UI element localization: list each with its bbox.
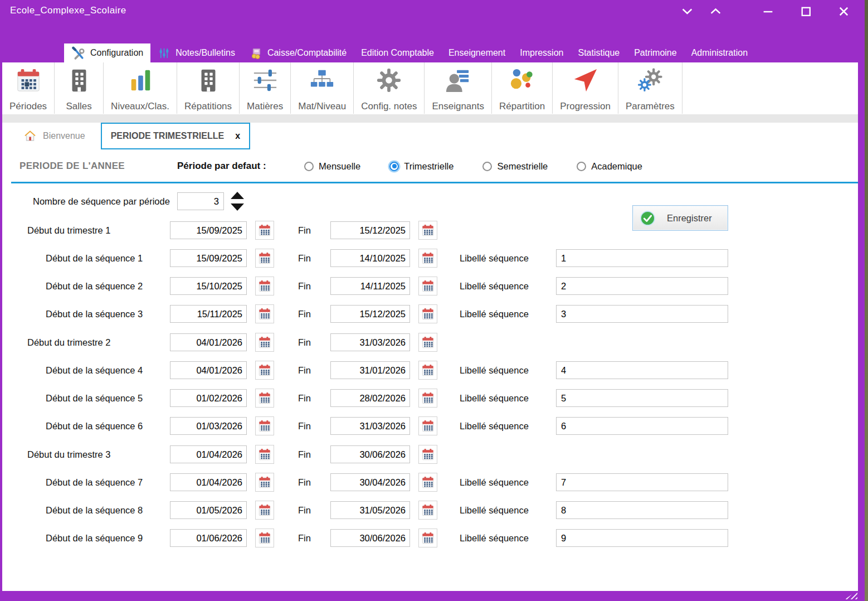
start-calendar-button[interactable] bbox=[255, 277, 274, 295]
libelle-input[interactable] bbox=[556, 529, 728, 547]
chevron-down-icon[interactable] bbox=[679, 4, 695, 18]
start-date-input[interactable] bbox=[170, 501, 247, 519]
menu-tab-impression[interactable]: Impression bbox=[513, 43, 570, 62]
menu-tab-enseignement[interactable]: Enseignement bbox=[441, 43, 513, 62]
end-calendar-button[interactable] bbox=[418, 249, 437, 268]
start-calendar-button[interactable] bbox=[255, 221, 274, 240]
menu-tab-notes-bulletins[interactable]: Notes/Bulletins bbox=[150, 43, 242, 62]
toolbar-button-niveaux-clas[interactable]: Niveaux/Clas. bbox=[104, 62, 177, 114]
end-calendar-button[interactable] bbox=[418, 416, 437, 435]
start-date-input[interactable] bbox=[170, 389, 247, 407]
toolbar-button-salles[interactable]: Salles bbox=[55, 62, 104, 114]
start-calendar-button[interactable] bbox=[255, 416, 274, 435]
start-calendar-button[interactable] bbox=[255, 473, 274, 492]
end-calendar-button[interactable] bbox=[418, 445, 437, 464]
toolbar-button-config-notes[interactable]: Config. notes bbox=[354, 62, 425, 114]
end-date-input[interactable] bbox=[330, 417, 410, 435]
sequence-count-input[interactable] bbox=[177, 192, 224, 210]
radio-academique[interactable]: Academique bbox=[577, 161, 642, 172]
radio-unselected-icon[interactable] bbox=[304, 162, 314, 171]
libelle-input[interactable] bbox=[556, 501, 728, 519]
end-date-input[interactable] bbox=[330, 333, 410, 351]
start-calendar-button[interactable] bbox=[255, 304, 274, 323]
end-date-input[interactable] bbox=[330, 389, 410, 407]
end-calendar-button[interactable] bbox=[418, 389, 437, 408]
start-date-input[interactable] bbox=[170, 473, 247, 491]
stepper-up-icon[interactable] bbox=[231, 192, 244, 199]
save-button[interactable]: Enregistrer bbox=[632, 205, 728, 231]
start-date-input[interactable] bbox=[170, 333, 247, 351]
end-date-input[interactable] bbox=[330, 529, 410, 547]
end-calendar-button[interactable] bbox=[418, 333, 437, 352]
toolbar-button-matieres[interactable]: Matières bbox=[240, 62, 291, 114]
start-calendar-button[interactable] bbox=[255, 389, 274, 408]
start-calendar-button[interactable] bbox=[255, 529, 274, 547]
menu-tab-edition-comptable[interactable]: Edition Comptable bbox=[354, 43, 441, 62]
start-date-input[interactable] bbox=[170, 417, 247, 435]
radio-selected-icon[interactable] bbox=[389, 162, 399, 171]
radio-semestrielle[interactable]: Semestrielle bbox=[482, 161, 548, 172]
start-date-input[interactable] bbox=[170, 361, 247, 379]
end-date-input[interactable] bbox=[330, 249, 410, 267]
toolbar-button-repartition[interactable]: Répartition bbox=[492, 62, 553, 114]
end-calendar-button[interactable] bbox=[418, 277, 437, 295]
end-calendar-button[interactable] bbox=[418, 221, 437, 240]
end-date-input[interactable] bbox=[330, 501, 410, 519]
close-button[interactable] bbox=[836, 4, 851, 18]
libelle-input[interactable] bbox=[556, 305, 728, 323]
tab-bienvenue[interactable]: Bienvenue bbox=[16, 123, 93, 149]
start-date-input[interactable] bbox=[170, 277, 247, 295]
toolbar-button-enseignants[interactable]: Enseignants bbox=[425, 62, 492, 114]
minimize-button[interactable] bbox=[760, 4, 776, 18]
libelle-input[interactable] bbox=[556, 417, 728, 435]
end-date-input[interactable] bbox=[330, 445, 410, 463]
toolbar-button-periodes[interactable]: Périodes bbox=[2, 62, 55, 114]
start-calendar-button[interactable] bbox=[255, 361, 274, 380]
toolbar-button-repatitions[interactable]: Répatitions bbox=[177, 62, 240, 114]
toolbar-button-mat-niveau[interactable]: Mat/Niveau bbox=[291, 62, 354, 114]
end-date-input[interactable] bbox=[330, 473, 410, 491]
start-calendar-button[interactable] bbox=[255, 501, 274, 520]
radio-unselected-icon[interactable] bbox=[482, 162, 492, 171]
libelle-input[interactable] bbox=[556, 361, 728, 379]
radio-unselected-icon[interactable] bbox=[577, 162, 586, 171]
end-date-input[interactable] bbox=[330, 221, 410, 239]
toolbar-button-parametres[interactable]: Paramètres bbox=[618, 62, 682, 114]
tab-periode-trimestrielle[interactable]: PERIODE TRIMESTRIELLE x bbox=[101, 123, 250, 149]
start-date-input[interactable] bbox=[170, 305, 247, 323]
chevron-up-icon[interactable] bbox=[708, 4, 723, 18]
end-date-input[interactable] bbox=[330, 277, 410, 295]
start-date-input[interactable] bbox=[170, 249, 247, 267]
start-date-input[interactable] bbox=[170, 221, 247, 239]
start-calendar-button[interactable] bbox=[255, 249, 274, 268]
libelle-input[interactable] bbox=[556, 389, 728, 407]
radio-trimestrielle[interactable]: Trimestrielle bbox=[389, 161, 453, 172]
libelle-input[interactable] bbox=[556, 249, 728, 267]
menu-tab-caisse-comptabilite[interactable]: Caisse/Comptabilité bbox=[242, 43, 354, 62]
menu-tab-patrimoine[interactable]: Patrimoine bbox=[627, 43, 684, 62]
stepper-down-icon[interactable] bbox=[231, 203, 244, 211]
end-date-input[interactable] bbox=[330, 305, 410, 323]
maximize-button[interactable] bbox=[798, 4, 813, 18]
menu-tab-statistique[interactable]: Statistique bbox=[570, 43, 627, 62]
start-calendar-button[interactable] bbox=[255, 333, 274, 352]
toolbar-button-progression[interactable]: Progression bbox=[553, 62, 618, 114]
end-calendar-button[interactable] bbox=[418, 473, 437, 492]
start-date-input[interactable] bbox=[170, 445, 247, 463]
end-calendar-button[interactable] bbox=[418, 361, 437, 380]
home-icon bbox=[23, 129, 37, 143]
resize-grip[interactable] bbox=[845, 591, 857, 599]
start-date-input[interactable] bbox=[170, 529, 247, 547]
radio-mensuelle[interactable]: Mensuelle bbox=[304, 161, 360, 172]
menu-tab-administration[interactable]: Administration bbox=[684, 43, 755, 62]
start-calendar-button[interactable] bbox=[255, 445, 274, 464]
libelle-input[interactable] bbox=[556, 277, 728, 295]
tab-close-icon[interactable]: x bbox=[235, 131, 240, 141]
period-form: Début du trimestre 1FinDébut de la séque… bbox=[2, 221, 858, 547]
end-calendar-button[interactable] bbox=[418, 501, 437, 520]
end-calendar-button[interactable] bbox=[418, 304, 437, 323]
end-calendar-button[interactable] bbox=[418, 529, 437, 547]
menu-tab-configuration[interactable]: Configuration bbox=[64, 43, 150, 62]
libelle-input[interactable] bbox=[556, 473, 728, 491]
end-date-input[interactable] bbox=[330, 361, 410, 379]
